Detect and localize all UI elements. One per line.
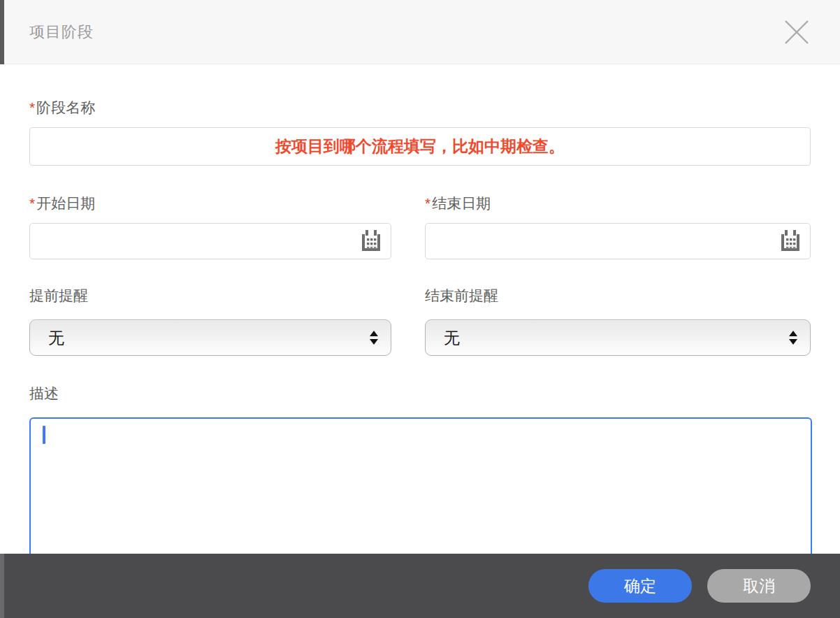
description-label: 描述 (29, 384, 811, 403)
dialog-title: 项目阶段 (29, 22, 94, 43)
remind-before-end-field: 结束前提醒 无 (425, 286, 811, 356)
end-date-label-text: 结束日期 (432, 195, 491, 211)
remind-before-end-label: 结束前提醒 (425, 286, 811, 306)
start-date-label: *开始日期 (29, 194, 391, 213)
required-mark: * (29, 99, 35, 115)
end-date-field: *结束日期 (425, 194, 811, 259)
description-field: 描述 (29, 384, 811, 554)
backdrop-edge-bottom (0, 554, 4, 618)
confirm-button[interactable]: 确定 (588, 569, 692, 603)
required-mark: * (425, 195, 430, 211)
dialog-footer: 确定 取消 (0, 554, 840, 618)
start-date-label-text: 开始日期 (36, 195, 95, 211)
end-date-label: *结束日期 (425, 194, 811, 213)
dialog-body: *阶段名称 *开始日期 (0, 64, 840, 554)
project-stage-dialog: 项目阶段 *阶段名称 *开始日期 (0, 0, 840, 618)
stage-name-field: *阶段名称 (29, 98, 811, 166)
select-stepper-icon (789, 331, 797, 345)
required-mark: * (29, 195, 35, 211)
start-date-field: *开始日期 (29, 194, 391, 259)
selected-option: 无 (48, 327, 64, 349)
reminder-row: 提前提醒 无 结束前提醒 无 (29, 286, 811, 356)
backdrop-edge-top (0, 0, 4, 64)
start-date-input[interactable] (29, 223, 391, 259)
dialog-header: 项目阶段 (0, 0, 840, 64)
stage-name-input[interactable] (29, 127, 811, 166)
close-icon[interactable] (784, 20, 809, 45)
remind-before-start-select[interactable]: 无 (29, 319, 391, 356)
selected-option: 无 (444, 327, 460, 349)
remind-before-start-field: 提前提醒 无 (29, 286, 391, 356)
select-stepper-icon (370, 331, 378, 345)
stage-name-label: *阶段名称 (29, 98, 811, 117)
stage-name-label-text: 阶段名称 (36, 99, 95, 115)
remind-before-end-select[interactable]: 无 (425, 319, 811, 356)
text-caret (43, 426, 45, 444)
remind-before-start-label: 提前提醒 (29, 286, 391, 306)
end-date-input[interactable] (425, 223, 811, 259)
date-row: *开始日期 (29, 194, 811, 259)
description-textarea[interactable] (29, 417, 812, 554)
cancel-button[interactable]: 取消 (707, 569, 811, 603)
